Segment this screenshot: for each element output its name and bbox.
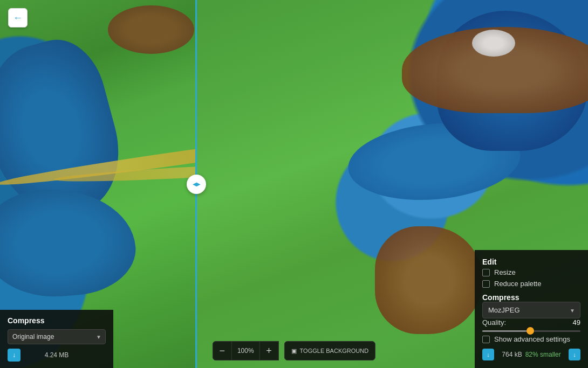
edit-section: Edit Resize Reduce palette — [482, 258, 580, 288]
zoom-level-display: 100% — [232, 341, 259, 360]
quality-label: Quality: — [482, 318, 506, 327]
quality-slider-track — [482, 330, 580, 332]
quality-slider-fill — [482, 330, 530, 332]
output-download-icon[interactable]: ↓ — [482, 349, 494, 360]
left-toolbar-title: Compress — [8, 316, 106, 325]
file-info-row: ↓ 4.24 MB ↓ — [8, 349, 106, 362]
water-body-bottom-left — [0, 182, 139, 303]
toggle-background-button[interactable]: ▣ TOGGLE BACKGROUND — [284, 341, 376, 360]
left-download-icon[interactable]: ↓ — [8, 349, 20, 362]
edit-title: Edit — [482, 258, 580, 266]
reduce-palette-checkbox[interactable] — [482, 280, 490, 288]
output-download-right-btn[interactable]: ↓ — [569, 349, 580, 360]
zoom-out-button[interactable]: − — [213, 341, 232, 360]
zoom-controls: − 100% + ▣ TOGGLE BACKGROUND — [213, 341, 375, 360]
right-panel: Edit Resize Reduce palette Compress MozJ… — [475, 250, 588, 368]
file-size-label: 4.24 MB — [45, 351, 69, 359]
terrain-patch-1 — [108, 5, 194, 54]
quality-slider-thumb[interactable] — [527, 327, 534, 335]
quality-row: Quality: 49 — [482, 318, 580, 327]
resize-label: Resize — [494, 268, 516, 276]
resize-row: Resize — [482, 268, 580, 276]
original-image-select[interactable]: Original image — [8, 329, 106, 344]
compress-section: Compress MozJPEG ▼ Quality: 49 Show adva… — [482, 293, 580, 343]
reduce-palette-row: Reduce palette — [482, 280, 580, 288]
zoom-in-button[interactable]: + — [259, 341, 279, 360]
resize-checkbox[interactable] — [482, 269, 490, 276]
output-size-text: 764 kB — [502, 351, 522, 358]
divider-handle[interactable] — [187, 175, 206, 194]
advanced-settings-label: Show advanced settings — [494, 335, 570, 343]
terrain-snow-patch — [472, 30, 515, 57]
output-size-info: 764 kB 82% smaller — [502, 351, 560, 358]
advanced-settings-checkbox[interactable] — [482, 336, 490, 343]
advanced-settings-row: Show advanced settings — [482, 335, 580, 343]
image-divider[interactable] — [195, 0, 197, 368]
codec-select-wrap: MozJPEG ▼ — [482, 302, 580, 318]
terrain-patch-3 — [375, 226, 483, 334]
codec-select[interactable]: MozJPEG — [482, 302, 580, 318]
compress-title: Compress — [482, 293, 580, 302]
original-image-select-wrap: Original image ▼ — [8, 329, 106, 344]
toggle-bg-label: TOGGLE BACKGROUND — [300, 348, 369, 354]
right-panel-footer: ↓ 764 kB 82% smaller ↓ — [482, 349, 580, 360]
quality-slider-wrap[interactable] — [482, 327, 580, 335]
left-toolbar: Compress Original image ▼ ↓ 4.24 MB ↓ — [0, 310, 113, 368]
back-button[interactable] — [8, 8, 28, 27]
toggle-bg-icon: ▣ — [291, 348, 297, 355]
quality-value: 49 — [573, 318, 580, 327]
output-smaller-label: 82% smaller — [525, 351, 561, 358]
reduce-palette-label: Reduce palette — [494, 280, 541, 288]
